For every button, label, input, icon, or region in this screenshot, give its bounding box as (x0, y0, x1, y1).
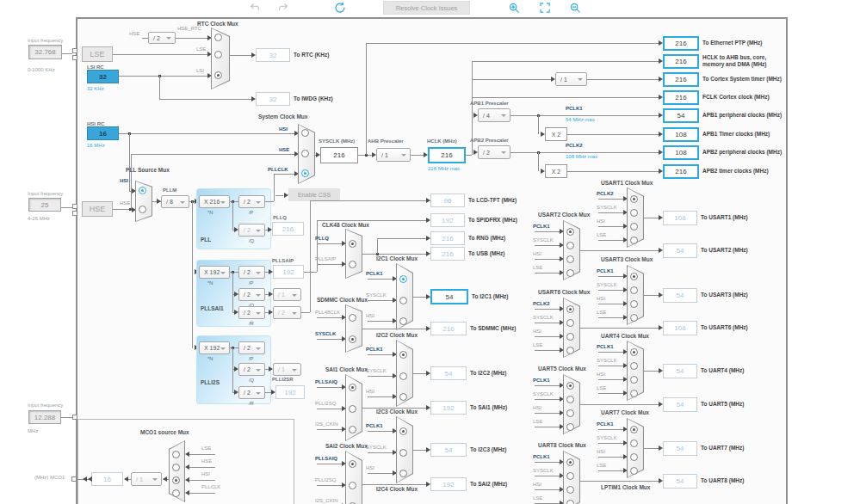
ahb-prescaler-dropdown[interactable]: / 1 (376, 148, 411, 162)
usart1-radio-lse[interactable] (630, 237, 638, 244)
mco1-divider-dropdown[interactable]: / 1 (131, 472, 162, 486)
usart1-radio-hsi[interactable] (630, 223, 638, 230)
usart2-radio-hsi[interactable] (566, 255, 574, 263)
usart6-radio-lse[interactable] (566, 347, 574, 354)
uart8-radio-sysclk[interactable] (566, 472, 574, 480)
sdmmc-radio-sysclk[interactable] (349, 335, 356, 343)
uart8-radio-hsi[interactable] (566, 486, 574, 494)
output-value-box[interactable]: 54 (663, 108, 699, 123)
i2c1-radio-pclk1[interactable] (399, 275, 407, 283)
i2c1-radio-sysclk[interactable] (399, 297, 407, 304)
clk48-radio-pllq[interactable] (349, 240, 356, 248)
i2c1-radio-hsi[interactable] (399, 317, 407, 325)
uart7-radio-lse[interactable] (630, 467, 638, 475)
i2c2-radio-sysclk[interactable] (399, 372, 407, 380)
zoom-in-icon[interactable] (509, 3, 520, 14)
uart5-radio-sysclk[interactable] (566, 396, 574, 403)
sai2-radio-plli2sq[interactable] (349, 482, 356, 489)
lsi-rc-value-box[interactable]: 32 (87, 70, 119, 83)
enable-css-button[interactable]: Enable CSS (288, 188, 340, 201)
uart5-radio-lse[interactable] (566, 423, 574, 431)
i2s-input-frequency-field[interactable]: 12.288 (28, 410, 61, 424)
output-value-box[interactable]: 216 (663, 54, 699, 69)
rtc-mux-radio-lse[interactable] (214, 51, 222, 58)
apb2-prescaler-dropdown[interactable]: / 2 (478, 145, 510, 159)
pllsai-q2-divider-dropdown[interactable]: / 1 (273, 288, 301, 301)
usart1-radio-pclk2[interactable] (630, 195, 638, 203)
hsi-rc-value-box[interactable]: 16 (87, 126, 119, 140)
refresh-icon[interactable] (334, 2, 346, 14)
undo-icon[interactable] (249, 3, 261, 13)
redo-icon[interactable] (277, 3, 289, 13)
uart8-radio-pclk1[interactable] (566, 458, 574, 466)
pllsai-r-divider-dropdown[interactable]: / 2 (238, 306, 265, 319)
pll-p-divider-dropdown[interactable]: / 2 (238, 195, 265, 208)
uart4-radio-pclk1[interactable] (630, 348, 638, 356)
usart3-radio-hsi[interactable] (630, 300, 638, 308)
mco1-radio-lse[interactable] (172, 451, 180, 458)
hclk-value-box[interactable]: 216 (428, 147, 466, 163)
uart7-radio-sysclk[interactable] (630, 439, 638, 447)
plli2s-q-divider-dropdown[interactable]: / 2 (238, 363, 265, 376)
usart1-radio-sysclk[interactable] (630, 209, 638, 217)
clk48-radio-pllsaip[interactable] (349, 261, 356, 268)
system-radio-hse[interactable] (301, 150, 309, 157)
mco1-radio-hse[interactable] (172, 464, 180, 471)
plli2s-q2-divider-dropdown[interactable]: / 1 (273, 363, 301, 376)
rtc-mux-radio-hse[interactable] (214, 34, 222, 41)
lse-input-frequency-field[interactable]: 32.768 (28, 45, 62, 59)
output-value-box[interactable]: 216 (663, 36, 699, 51)
output-value-box[interactable]: 216 (663, 90, 699, 105)
usart3-radio-pclk1[interactable] (630, 273, 638, 280)
i2c3-radio-sysclk[interactable] (399, 449, 407, 457)
i2c2-radio-hsi[interactable] (399, 393, 407, 401)
uart4-radio-lse[interactable] (630, 390, 638, 397)
uart4-radio-hsi[interactable] (630, 376, 638, 384)
sai1-radio-plli2sq[interactable] (349, 405, 356, 413)
usart6-radio-sysclk[interactable] (566, 319, 574, 327)
plli2s-n-multiplier-dropdown[interactable]: X 192 (199, 341, 230, 354)
pllm-divider-dropdown[interactable]: / 8 (161, 195, 189, 208)
pllsai-n-multiplier-dropdown[interactable]: X 192 (199, 266, 230, 279)
pllsai-p-divider-dropdown[interactable]: / 2 (238, 266, 265, 279)
system-radio-hsi[interactable] (301, 129, 309, 137)
plli2s-r-divider-dropdown[interactable]: / 2 (238, 386, 265, 399)
hse-input-frequency-field[interactable]: 25 (28, 198, 61, 212)
usart3-radio-lse[interactable] (630, 314, 638, 322)
rtc-hse-divider-dropdown[interactable]: / 2 (148, 32, 176, 44)
mco1-radio-pllclk[interactable] (172, 489, 180, 497)
i2c2-radio-pclk1[interactable] (399, 351, 407, 359)
uart4-radio-sysclk[interactable] (630, 362, 638, 370)
apb1-prescaler-dropdown[interactable]: / 4 (478, 108, 510, 122)
output-value-box[interactable]: 216 (663, 72, 699, 87)
mco1-radio-hsi[interactable] (172, 476, 180, 484)
plli2s-p-divider-dropdown[interactable]: / 2 (238, 341, 265, 354)
i2c3-radio-pclk1[interactable] (399, 427, 407, 435)
usart2-radio-lse[interactable] (566, 269, 574, 277)
fit-screen-icon[interactable] (540, 3, 551, 14)
pll-q-divider-dropdown[interactable]: / 2 (238, 224, 265, 237)
pll-source-radio-hse[interactable] (139, 206, 146, 213)
pll-source-radio-hsi[interactable] (139, 187, 146, 194)
sysclk-value-box[interactable]: 216 (320, 147, 358, 163)
sai1-radio-pllsaiq[interactable] (349, 384, 356, 391)
sdmmc-radio-pll48clk[interactable] (349, 314, 356, 322)
uart5-radio-hsi[interactable] (566, 409, 574, 417)
cortex-timer-divider-dropdown[interactable]: / 1 (555, 72, 587, 86)
i2c1-output-value-box[interactable]: 54 (430, 289, 468, 304)
usart3-radio-sysclk[interactable] (630, 286, 638, 294)
output-value-box[interactable]: 108 (663, 145, 699, 160)
i2c3-radio-hsi[interactable] (399, 470, 407, 477)
zoom-out-icon[interactable] (570, 3, 581, 14)
uart5-radio-pclk1[interactable] (566, 382, 574, 390)
uart7-radio-pclk1[interactable] (630, 426, 638, 433)
usart6-radio-hsi[interactable] (566, 333, 574, 341)
pllsai-r2-divider-dropdown[interactable]: / 2 (273, 306, 301, 319)
pllsai-q-divider-dropdown[interactable]: / 2 (238, 288, 265, 301)
sai2-radio-pllsaiq[interactable] (349, 460, 356, 468)
resolve-clock-issues-button[interactable]: Resolve Clock Issues (383, 1, 470, 15)
system-radio-pllclk[interactable] (301, 169, 309, 177)
pll-n-multiplier-dropdown[interactable]: X 216 (199, 195, 230, 208)
usart2-radio-pclk1[interactable] (566, 228, 574, 236)
uart8-radio-lse[interactable] (566, 500, 574, 504)
